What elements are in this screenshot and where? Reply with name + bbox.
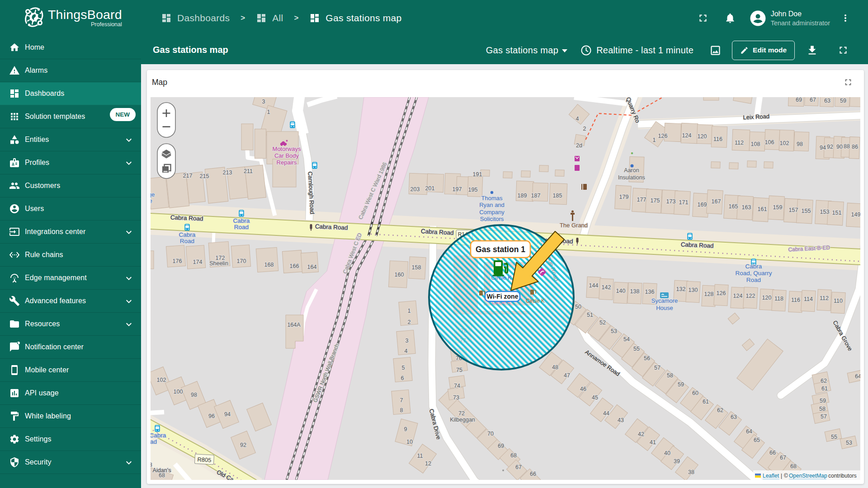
svg-text:166: 166	[290, 263, 299, 269]
svg-text:130: 130	[689, 287, 698, 293]
svg-text:92: 92	[827, 144, 833, 150]
svg-text:124: 124	[733, 293, 743, 299]
svg-text:Insulations: Insulations	[618, 174, 645, 181]
svg-text:167: 167	[712, 198, 721, 205]
svg-text:68: 68	[790, 463, 797, 469]
svg-text:94: 94	[224, 411, 231, 418]
svg-text:126: 126	[717, 290, 726, 296]
svg-text:57: 57	[821, 413, 827, 420]
svg-text:68: 68	[510, 452, 517, 459]
svg-text:46: 46	[580, 386, 586, 392]
svg-text:Ryan and: Ryan and	[479, 202, 505, 208]
svg-text:43: 43	[618, 417, 624, 423]
svg-text:175: 175	[651, 197, 660, 204]
svg-text:53: 53	[846, 440, 852, 446]
svg-text:8: 8	[151, 462, 152, 468]
svg-text:86: 86	[852, 144, 858, 150]
svg-text:Company: Company	[479, 209, 505, 216]
svg-text:Cabra Road: Cabra Road	[681, 241, 714, 249]
svg-text:66: 66	[530, 471, 536, 477]
svg-text:195: 195	[468, 187, 478, 193]
svg-text:171: 171	[679, 199, 689, 206]
svg-text:62: 62	[821, 378, 827, 384]
svg-text:Repairs: Repairs	[277, 159, 297, 166]
svg-text:oad: oad	[151, 438, 157, 445]
svg-text:45: 45	[592, 394, 598, 401]
svg-text:Cabra: Cabra	[233, 217, 250, 224]
svg-text:106: 106	[765, 139, 774, 145]
svg-text:Circle K: Circle K	[491, 274, 512, 281]
svg-text:●: ●	[631, 150, 633, 155]
svg-text:211: 211	[244, 168, 253, 174]
svg-text:215: 215	[200, 173, 209, 179]
svg-text:170: 170	[237, 258, 246, 264]
svg-text:201: 201	[425, 185, 435, 192]
svg-text:Cabra Road: Cabra Road	[315, 223, 348, 231]
svg-text:160: 160	[395, 272, 404, 278]
svg-text:Road: Road	[180, 238, 194, 244]
svg-text:66: 66	[769, 450, 776, 456]
svg-text:59: 59	[840, 98, 846, 104]
svg-text:1: 1	[408, 308, 411, 314]
svg-text:118: 118	[774, 296, 783, 302]
svg-text:185: 185	[553, 192, 562, 199]
svg-text:62: 62	[717, 407, 723, 413]
svg-text:42: 42	[638, 431, 644, 437]
svg-text:116: 116	[713, 136, 722, 142]
svg-text:Aaron: Aaron	[624, 167, 639, 174]
svg-text:6: 6	[401, 375, 404, 381]
svg-text:Leaflet: Leaflet	[763, 473, 779, 479]
svg-text:176: 176	[173, 258, 182, 264]
svg-text:1: 1	[653, 137, 656, 143]
svg-text:60: 60	[692, 390, 698, 396]
svg-text:102: 102	[780, 140, 789, 146]
svg-text:132: 132	[676, 286, 686, 292]
svg-text:53: 53	[611, 328, 617, 334]
svg-text:12: 12	[425, 460, 431, 467]
svg-text:144: 144	[589, 282, 599, 289]
svg-text:65: 65	[754, 437, 760, 443]
svg-text:e: e	[151, 197, 152, 204]
svg-text:203: 203	[410, 186, 420, 192]
svg-text:Aidan’s: Aidan’s	[153, 467, 171, 474]
svg-text:92: 92	[240, 442, 246, 448]
svg-text:126: 126	[658, 133, 668, 139]
svg-text:Motorways: Motorways	[273, 145, 301, 152]
svg-text:Cabra Road: Cabra Road	[170, 214, 203, 222]
svg-text:56: 56	[644, 355, 650, 361]
svg-text:164: 164	[307, 264, 317, 270]
svg-text:174: 174	[193, 259, 203, 265]
svg-text:House: House	[656, 305, 673, 311]
svg-text:4: 4	[405, 348, 408, 354]
svg-text:110: 110	[834, 298, 843, 304]
svg-text:57: 57	[654, 365, 660, 371]
svg-text:Car Body: Car Body	[274, 152, 299, 159]
svg-text:168: 168	[264, 262, 274, 268]
svg-text:90: 90	[836, 144, 843, 150]
svg-text:|: |	[781, 473, 782, 479]
svg-text:136: 136	[645, 289, 655, 295]
svg-text:48: 48	[552, 364, 558, 371]
svg-text:158: 158	[412, 264, 421, 271]
svg-text:7: 7	[400, 397, 403, 404]
svg-text:5: 5	[402, 365, 405, 371]
svg-text:69: 69	[498, 443, 504, 449]
svg-text:159: 159	[773, 204, 783, 211]
svg-text:Solicitors: Solicitors	[480, 216, 504, 222]
svg-text:67: 67	[780, 455, 786, 461]
svg-text:Cabra: Cabra	[745, 263, 762, 270]
svg-text:Sycamore: Sycamore	[651, 297, 678, 304]
svg-text:1: 1	[267, 109, 270, 115]
svg-text:2d: 2d	[576, 142, 582, 149]
svg-text:157: 157	[789, 207, 798, 213]
svg-text:98: 98	[191, 392, 197, 398]
svg-text:ge: ge	[151, 191, 155, 198]
svg-text:Cabra: Cabra	[179, 231, 196, 238]
svg-text:94: 94	[820, 145, 826, 151]
svg-text:61: 61	[821, 385, 828, 392]
svg-text:102: 102	[157, 377, 166, 383]
svg-text:140: 140	[616, 288, 626, 294]
svg-text:217: 217	[183, 173, 193, 179]
svg-text:69: 69	[796, 97, 802, 103]
svg-text:2: 2	[583, 126, 586, 132]
